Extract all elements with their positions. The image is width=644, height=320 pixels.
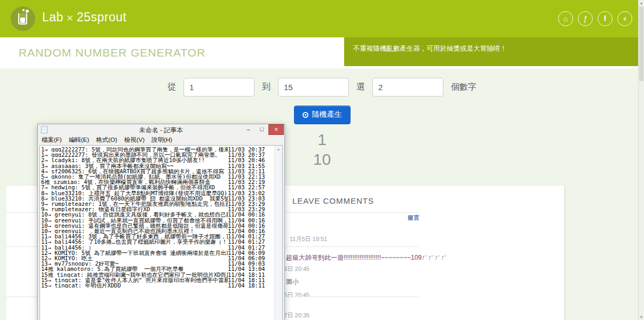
pick-input[interactable] [372,78,443,97]
heading-row: RANDOM NUMBER GENERATOR 不重複隨機亂數產生器，可用於抽獎… [0,37,644,68]
suffix-label: 個數字 [451,82,476,93]
menu-format[interactable]: 格式(O) [96,136,117,144]
target-icon [303,112,308,118]
facebook-icon[interactable]: f [598,11,613,26]
notepad-menubar: 檔案(F) 編輯(E) 格式(O) 檢視(V) 說明(H) [38,135,284,145]
notepad-content: 1→ qqq2222277: 5號，同款同色的鋼筆買了兩隻，是一模一樣的筆，後來… [40,146,282,288]
brand-title: Lab✕25sprout [42,10,126,25]
scroll-up-icon[interactable]: ▲ [275,147,282,151]
comment-text: 超級大帥哥到此一遊!!!!!!!!!!!!!!!!!!!!!~~~~~~~~10… [286,253,448,262]
maximize-button[interactable]: □ [255,124,268,135]
notepad-line: 15→ tingcat: 年明信片XDDD11/04 18:11 [41,283,282,288]
generate-button[interactable]: 隨機產生 [294,106,351,124]
notepad-window[interactable]: 未命名 - 記事本 – □ × 檔案(F) 編輯(E) 格式(O) 檢視(V) … [37,124,285,320]
menu-view[interactable]: 檢視(V) [124,136,145,144]
menu-help[interactable]: 說明(H) [152,136,172,144]
from-label: 從 [168,82,176,93]
page-title: RANDOM NUMBER GENERATOR [19,46,205,59]
brand-x: ✕ [66,13,74,23]
notepad-titlebar[interactable]: 未命名 - 記事本 – □ × [38,124,284,135]
lab-flash-icon[interactable]: ƒ [578,11,593,26]
home-icon[interactable]: ⌂ [558,11,573,26]
app-header: Lab✕25sprout ⌂ ƒ f + [0,0,644,37]
logo[interactable] [11,6,35,31]
page-scrollbar[interactable]: ▲ ▼ [638,0,644,320]
fb-comments-link[interactable]: 留言 [408,214,419,222]
header-icon-group: ⌂ ƒ f + [558,11,632,26]
to-label: 到 [262,82,271,93]
comments-heading: LEAVE COMMENTS [292,196,374,205]
banner: 不重複隨機亂數產生器，可用於抽獎或是大冒險唷！ [344,37,638,66]
close-button[interactable]: × [268,124,284,135]
to-input[interactable] [278,78,349,97]
menu-file[interactable]: 檔案(F) [42,136,62,144]
comment-timestamp: 11月5日 19:51 [290,235,327,243]
scrollbar-up-icon[interactable]: ▲ [639,1,644,5]
pick-label: 選 [356,82,365,93]
range-form: 從 到 選 個數字 [0,78,644,97]
banner-text: 不重複隨機亂數產生器，可用於抽獎或是大冒險唷！ [353,44,507,53]
scrollbar-thumb[interactable] [639,6,643,81]
from-input[interactable] [184,78,255,97]
scrollbar-down-icon[interactable]: ▼ [639,315,644,319]
menu-edit[interactable]: 編輯(E) [69,136,89,144]
plus-icon[interactable]: + [617,11,632,26]
minimize-button[interactable]: – [242,124,255,135]
beaker-icon [18,13,27,25]
notepad-textarea[interactable]: 1→ qqq2222277: 5號，同款同色的鋼筆買了兩隻，是一模一樣的筆，後來… [39,145,283,320]
notepad-scrollbar[interactable]: ▲ [274,146,282,320]
comment-text: 圖小 [286,277,299,286]
